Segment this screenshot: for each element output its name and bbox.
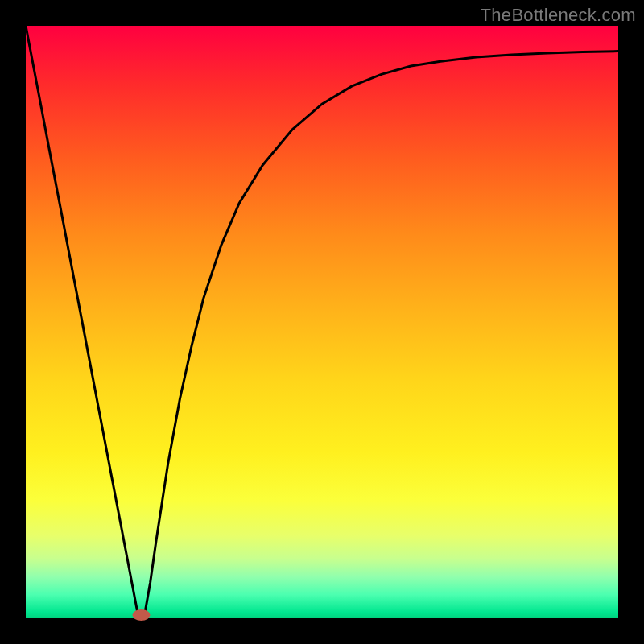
plot-area xyxy=(26,26,618,618)
bottleneck-curve xyxy=(26,26,618,618)
watermark-text: TheBottleneck.com xyxy=(481,5,636,26)
curve-line xyxy=(26,26,618,617)
chart-frame: TheBottleneck.com xyxy=(0,0,644,644)
optimum-marker xyxy=(133,609,151,621)
